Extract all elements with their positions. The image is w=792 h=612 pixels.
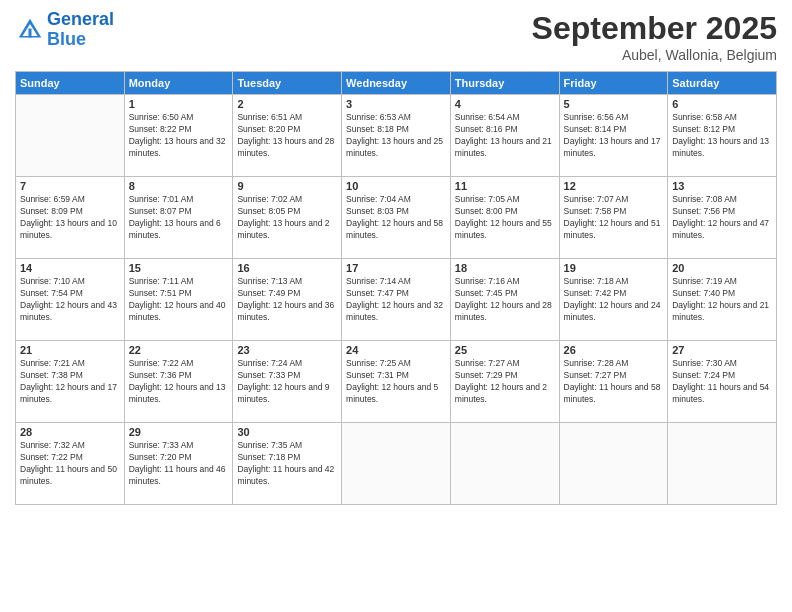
cell-3-3: 24Sunrise: 7:25 AMSunset: 7:31 PMDayligh…: [342, 341, 451, 423]
week-row-0: 1Sunrise: 6:50 AMSunset: 8:22 PMDaylight…: [16, 95, 777, 177]
weekday-header-row: Sunday Monday Tuesday Wednesday Thursday…: [16, 72, 777, 95]
day-num-3-0: 21: [20, 344, 120, 356]
day-info-2-5: Sunrise: 7:18 AMSunset: 7:42 PMDaylight:…: [564, 276, 664, 324]
day-num-0-4: 4: [455, 98, 555, 110]
day-info-4-2: Sunrise: 7:35 AMSunset: 7:18 PMDaylight:…: [237, 440, 337, 488]
day-num-1-6: 13: [672, 180, 772, 192]
day-num-0-1: 1: [129, 98, 229, 110]
cell-4-0: 28Sunrise: 7:32 AMSunset: 7:22 PMDayligh…: [16, 423, 125, 505]
day-num-2-4: 18: [455, 262, 555, 274]
day-num-3-4: 25: [455, 344, 555, 356]
logo-icon: [15, 15, 45, 45]
cell-1-2: 9Sunrise: 7:02 AMSunset: 8:05 PMDaylight…: [233, 177, 342, 259]
day-info-2-2: Sunrise: 7:13 AMSunset: 7:49 PMDaylight:…: [237, 276, 337, 324]
day-info-2-4: Sunrise: 7:16 AMSunset: 7:45 PMDaylight:…: [455, 276, 555, 324]
day-info-1-5: Sunrise: 7:07 AMSunset: 7:58 PMDaylight:…: [564, 194, 664, 242]
cell-3-5: 26Sunrise: 7:28 AMSunset: 7:27 PMDayligh…: [559, 341, 668, 423]
cell-3-0: 21Sunrise: 7:21 AMSunset: 7:38 PMDayligh…: [16, 341, 125, 423]
cell-4-3: [342, 423, 451, 505]
day-num-1-2: 9: [237, 180, 337, 192]
day-info-3-2: Sunrise: 7:24 AMSunset: 7:33 PMDaylight:…: [237, 358, 337, 406]
week-row-2: 14Sunrise: 7:10 AMSunset: 7:54 PMDayligh…: [16, 259, 777, 341]
day-num-4-0: 28: [20, 426, 120, 438]
cell-4-4: [450, 423, 559, 505]
cell-0-1: 1Sunrise: 6:50 AMSunset: 8:22 PMDaylight…: [124, 95, 233, 177]
week-row-1: 7Sunrise: 6:59 AMSunset: 8:09 PMDaylight…: [16, 177, 777, 259]
cell-0-5: 5Sunrise: 6:56 AMSunset: 8:14 PMDaylight…: [559, 95, 668, 177]
cell-0-2: 2Sunrise: 6:51 AMSunset: 8:20 PMDaylight…: [233, 95, 342, 177]
logo: General Blue: [15, 10, 114, 50]
day-num-2-2: 16: [237, 262, 337, 274]
day-num-2-5: 19: [564, 262, 664, 274]
header-monday: Monday: [124, 72, 233, 95]
cell-0-0: [16, 95, 125, 177]
day-info-1-2: Sunrise: 7:02 AMSunset: 8:05 PMDaylight:…: [237, 194, 337, 242]
day-info-2-0: Sunrise: 7:10 AMSunset: 7:54 PMDaylight:…: [20, 276, 120, 324]
day-num-2-0: 14: [20, 262, 120, 274]
svg-rect-2: [29, 28, 32, 37]
logo-text: General Blue: [47, 10, 114, 50]
day-num-3-5: 26: [564, 344, 664, 356]
header-tuesday: Tuesday: [233, 72, 342, 95]
cell-2-1: 15Sunrise: 7:11 AMSunset: 7:51 PMDayligh…: [124, 259, 233, 341]
cell-2-4: 18Sunrise: 7:16 AMSunset: 7:45 PMDayligh…: [450, 259, 559, 341]
cell-3-2: 23Sunrise: 7:24 AMSunset: 7:33 PMDayligh…: [233, 341, 342, 423]
day-info-1-1: Sunrise: 7:01 AMSunset: 8:07 PMDaylight:…: [129, 194, 229, 242]
cell-3-6: 27Sunrise: 7:30 AMSunset: 7:24 PMDayligh…: [668, 341, 777, 423]
header: General Blue September 2025 Aubel, Wallo…: [15, 10, 777, 63]
cell-1-6: 13Sunrise: 7:08 AMSunset: 7:56 PMDayligh…: [668, 177, 777, 259]
cell-2-0: 14Sunrise: 7:10 AMSunset: 7:54 PMDayligh…: [16, 259, 125, 341]
header-sunday: Sunday: [16, 72, 125, 95]
cell-0-3: 3Sunrise: 6:53 AMSunset: 8:18 PMDaylight…: [342, 95, 451, 177]
cell-2-3: 17Sunrise: 7:14 AMSunset: 7:47 PMDayligh…: [342, 259, 451, 341]
cell-4-6: [668, 423, 777, 505]
day-info-2-1: Sunrise: 7:11 AMSunset: 7:51 PMDaylight:…: [129, 276, 229, 324]
day-info-3-4: Sunrise: 7:27 AMSunset: 7:29 PMDaylight:…: [455, 358, 555, 406]
cell-1-0: 7Sunrise: 6:59 AMSunset: 8:09 PMDaylight…: [16, 177, 125, 259]
day-info-0-3: Sunrise: 6:53 AMSunset: 8:18 PMDaylight:…: [346, 112, 446, 160]
header-thursday: Thursday: [450, 72, 559, 95]
title-area: September 2025 Aubel, Wallonia, Belgium: [532, 10, 777, 63]
day-info-0-6: Sunrise: 6:58 AMSunset: 8:12 PMDaylight:…: [672, 112, 772, 160]
day-num-3-6: 27: [672, 344, 772, 356]
month-title: September 2025: [532, 10, 777, 47]
day-info-2-6: Sunrise: 7:19 AMSunset: 7:40 PMDaylight:…: [672, 276, 772, 324]
cell-1-1: 8Sunrise: 7:01 AMSunset: 8:07 PMDaylight…: [124, 177, 233, 259]
day-info-4-1: Sunrise: 7:33 AMSunset: 7:20 PMDaylight:…: [129, 440, 229, 488]
header-saturday: Saturday: [668, 72, 777, 95]
day-num-3-2: 23: [237, 344, 337, 356]
day-num-2-3: 17: [346, 262, 446, 274]
logo-line2: Blue: [47, 29, 86, 49]
day-info-0-1: Sunrise: 6:50 AMSunset: 8:22 PMDaylight:…: [129, 112, 229, 160]
cell-2-5: 19Sunrise: 7:18 AMSunset: 7:42 PMDayligh…: [559, 259, 668, 341]
day-num-3-1: 22: [129, 344, 229, 356]
day-num-4-1: 29: [129, 426, 229, 438]
day-info-3-0: Sunrise: 7:21 AMSunset: 7:38 PMDaylight:…: [20, 358, 120, 406]
cell-1-5: 12Sunrise: 7:07 AMSunset: 7:58 PMDayligh…: [559, 177, 668, 259]
header-wednesday: Wednesday: [342, 72, 451, 95]
cell-3-4: 25Sunrise: 7:27 AMSunset: 7:29 PMDayligh…: [450, 341, 559, 423]
day-num-2-6: 20: [672, 262, 772, 274]
day-num-1-0: 7: [20, 180, 120, 192]
cell-4-1: 29Sunrise: 7:33 AMSunset: 7:20 PMDayligh…: [124, 423, 233, 505]
cell-0-6: 6Sunrise: 6:58 AMSunset: 8:12 PMDaylight…: [668, 95, 777, 177]
page: General Blue September 2025 Aubel, Wallo…: [0, 0, 792, 612]
cell-1-3: 10Sunrise: 7:04 AMSunset: 8:03 PMDayligh…: [342, 177, 451, 259]
day-info-0-2: Sunrise: 6:51 AMSunset: 8:20 PMDaylight:…: [237, 112, 337, 160]
header-friday: Friday: [559, 72, 668, 95]
day-info-1-4: Sunrise: 7:05 AMSunset: 8:00 PMDaylight:…: [455, 194, 555, 242]
calendar-header: Sunday Monday Tuesday Wednesday Thursday…: [16, 72, 777, 95]
day-info-3-6: Sunrise: 7:30 AMSunset: 7:24 PMDaylight:…: [672, 358, 772, 406]
day-num-0-6: 6: [672, 98, 772, 110]
day-num-0-2: 2: [237, 98, 337, 110]
location: Aubel, Wallonia, Belgium: [532, 47, 777, 63]
day-num-3-3: 24: [346, 344, 446, 356]
cell-2-2: 16Sunrise: 7:13 AMSunset: 7:49 PMDayligh…: [233, 259, 342, 341]
day-info-1-6: Sunrise: 7:08 AMSunset: 7:56 PMDaylight:…: [672, 194, 772, 242]
day-num-0-5: 5: [564, 98, 664, 110]
calendar-body: 1Sunrise: 6:50 AMSunset: 8:22 PMDaylight…: [16, 95, 777, 505]
day-num-1-3: 10: [346, 180, 446, 192]
week-row-3: 21Sunrise: 7:21 AMSunset: 7:38 PMDayligh…: [16, 341, 777, 423]
cell-2-6: 20Sunrise: 7:19 AMSunset: 7:40 PMDayligh…: [668, 259, 777, 341]
day-num-1-1: 8: [129, 180, 229, 192]
